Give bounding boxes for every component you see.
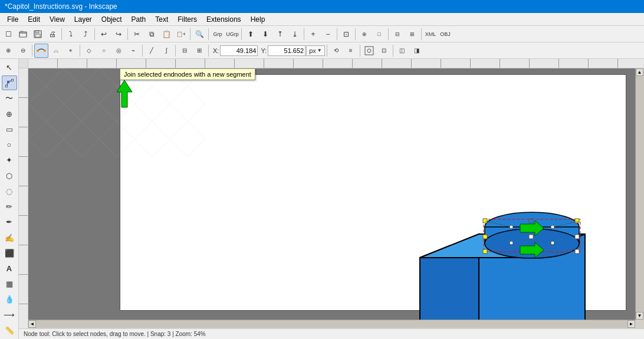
- menu-edit[interactable]: Edit: [23, 13, 45, 25]
- ruler-vertical: [19, 68, 28, 328]
- menu-text[interactable]: Text: [150, 13, 173, 25]
- text-tool[interactable]: A: [2, 261, 17, 276]
- y-input[interactable]: [268, 45, 305, 56]
- zoom-out-button[interactable]: −: [321, 27, 335, 41]
- menu-file[interactable]: File: [2, 13, 23, 25]
- save-button[interactable]: [31, 27, 45, 41]
- calligraphy-tool[interactable]: ✍: [2, 230, 17, 245]
- star-tool[interactable]: ✦: [2, 153, 17, 167]
- snap-bbox[interactable]: □: [372, 27, 386, 41]
- scroll-right-button[interactable]: ►: [627, 320, 635, 328]
- add-node-button[interactable]: ⊕: [1, 44, 15, 58]
- show-mask-button[interactable]: ⊞: [192, 44, 206, 58]
- cut-button[interactable]: ✂: [130, 27, 144, 41]
- sep5: [208, 28, 209, 40]
- copy-button[interactable]: ⧉: [144, 27, 159, 41]
- eyedropper-tool[interactable]: 💧: [2, 292, 17, 307]
- path-effect-2[interactable]: ◨: [410, 44, 424, 58]
- scroll-right-track[interactable]: [636, 76, 644, 312]
- open-xml-editor[interactable]: XML: [423, 27, 438, 41]
- join-endnodes-merge-button[interactable]: ⌓: [49, 44, 63, 58]
- gradient-tool[interactable]: ▦: [2, 277, 17, 291]
- menu-path[interactable]: Path: [127, 13, 151, 25]
- transform-button[interactable]: ⟲: [329, 44, 343, 58]
- new-button[interactable]: ☐: [1, 27, 15, 41]
- x-label: X:: [213, 47, 219, 54]
- menu-view[interactable]: View: [45, 13, 70, 25]
- scroll-bottom-track[interactable]: [36, 320, 627, 328]
- spiral-tool[interactable]: ◌: [2, 184, 17, 199]
- tweak-tool[interactable]: 〜: [2, 91, 17, 106]
- sep2: [94, 28, 95, 40]
- scroll-right[interactable]: ▲ ▼: [635, 68, 644, 320]
- scroll-down-button[interactable]: ▼: [636, 312, 643, 320]
- node-cusp-button[interactable]: ◇: [82, 44, 96, 58]
- undo-button[interactable]: ↩: [97, 27, 111, 41]
- menu-extensions[interactable]: Extensions: [202, 13, 246, 25]
- paste-in-place-button[interactable]: 📋+: [174, 27, 188, 41]
- menu-filters[interactable]: Filters: [173, 13, 202, 25]
- open-button[interactable]: [16, 27, 30, 41]
- 3d-box-tool[interactable]: ⬡: [2, 169, 17, 183]
- menu-layer[interactable]: Layer: [70, 13, 97, 25]
- canvas[interactable]: Join selected endnodes with a new segmen…: [28, 68, 644, 328]
- sep8: [337, 28, 337, 40]
- align-nodes-button[interactable]: ≡: [344, 44, 358, 58]
- y-coord-group: Y:: [261, 45, 305, 56]
- print-button[interactable]: 🖨: [45, 27, 60, 41]
- seg-curve-button[interactable]: ∫: [159, 44, 173, 58]
- seg-line-button[interactable]: ╱: [144, 44, 159, 58]
- delete-node-button[interactable]: ⊖: [16, 44, 30, 58]
- view-path-outline[interactable]: ⊞: [405, 27, 419, 41]
- raise-top-button[interactable]: ⤒: [273, 27, 287, 41]
- rect-tool[interactable]: ▭: [2, 122, 17, 137]
- scroll-bottom[interactable]: ◄ ►: [28, 320, 635, 328]
- node-smooth-button[interactable]: ○: [97, 44, 111, 58]
- scroll-left-button[interactable]: ◄: [28, 320, 36, 328]
- sep7: [304, 28, 304, 40]
- redo-button[interactable]: ↪: [111, 27, 126, 41]
- show-clip-button[interactable]: ⊟: [178, 44, 192, 58]
- svg-rect-34: [575, 249, 579, 254]
- ellipse-tool[interactable]: ○: [2, 137, 17, 152]
- paste-button[interactable]: 📋: [159, 27, 173, 41]
- find-button[interactable]: 🔍: [192, 27, 206, 41]
- connector-tool[interactable]: ⟶: [2, 308, 17, 322]
- lower-bottom-button[interactable]: ⤓: [288, 27, 302, 41]
- view-node-handles[interactable]: ⊟: [390, 27, 405, 41]
- node-tool[interactable]: [2, 75, 17, 90]
- raise-button[interactable]: ⬆: [244, 27, 258, 41]
- zoom-tool[interactable]: ⊕: [2, 107, 17, 121]
- ungroup-button[interactable]: UGrp: [225, 27, 239, 41]
- sep3: [127, 28, 128, 40]
- select-tool[interactable]: ↖: [2, 60, 17, 75]
- group-button[interactable]: Grp: [211, 27, 225, 41]
- pencil-tool[interactable]: ✏: [2, 199, 17, 214]
- lower-button[interactable]: ⬇: [258, 27, 272, 41]
- scroll-up-button[interactable]: ▲: [636, 68, 643, 76]
- pen-tool[interactable]: ✒: [2, 215, 17, 229]
- main-toolbar: ☐ 🖨 ⤵ ⤴ ↩ ↪ ✂ ⧉ 📋 📋+ 🔍 Grp UGrp ⬆ ⬇ ⤒ ⤓ …: [0, 26, 644, 42]
- snap-toggle[interactable]: ⊡: [339, 27, 353, 41]
- node-symm-button[interactable]: ◎: [111, 44, 126, 58]
- svg-point-4: [37, 50, 39, 52]
- break-node-button[interactable]: ⌖: [64, 44, 78, 58]
- import-button[interactable]: ⤵: [64, 27, 78, 41]
- snap-nodes[interactable]: ⊕: [357, 27, 372, 41]
- x-input[interactable]: [220, 45, 258, 56]
- menu-object[interactable]: Object: [97, 13, 127, 25]
- measure-tool[interactable]: 📏: [2, 323, 17, 338]
- path-effect-1[interactable]: ◫: [395, 44, 409, 58]
- svg-rect-10: [11, 79, 13, 81]
- sep9: [355, 28, 356, 40]
- snap-toggle-2[interactable]: [362, 44, 376, 58]
- unit-selector[interactable]: px ▼: [306, 45, 325, 56]
- zoom-in-button[interactable]: +: [306, 27, 320, 41]
- view-all-toggle[interactable]: ⊡: [377, 44, 391, 58]
- join-endnodes-segment-button[interactable]: [34, 44, 48, 58]
- node-auto-button[interactable]: ⌁: [126, 44, 140, 58]
- open-obj-props[interactable]: OBJ: [438, 27, 452, 41]
- menu-help[interactable]: Help: [246, 13, 270, 25]
- bucket-tool[interactable]: ⬛: [2, 246, 17, 261]
- export-button[interactable]: ⤴: [78, 27, 93, 41]
